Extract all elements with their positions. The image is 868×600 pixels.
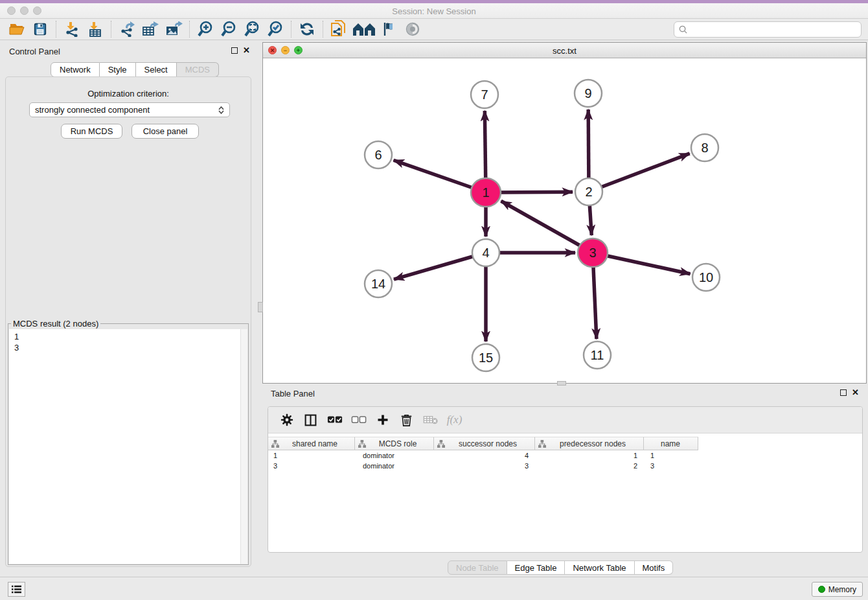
- column-header-successor-nodes[interactable]: successor nodes: [434, 437, 535, 450]
- control-tab-mcds[interactable]: MCDS: [177, 62, 219, 77]
- refresh-icon: [299, 21, 315, 37]
- table-row[interactable]: 1dominator411: [268, 450, 698, 461]
- network-window-title: scc.txt: [263, 46, 866, 56]
- hide-flag-icon: [382, 21, 397, 37]
- edge-3-1[interactable]: [501, 201, 593, 253]
- open-session-button[interactable]: [5, 19, 29, 39]
- table-cell[interactable]: 1: [268, 450, 355, 461]
- import-network-button[interactable]: [60, 19, 84, 39]
- control-tab-select[interactable]: Select: [136, 62, 177, 77]
- import-table-icon: [87, 21, 103, 37]
- edge-2-8[interactable]: [589, 154, 690, 192]
- network-from-file-button[interactable]: [327, 19, 350, 39]
- deselect-all-button[interactable]: [347, 410, 371, 430]
- function-builder-button[interactable]: f(x): [442, 410, 466, 430]
- export-table-button[interactable]: [139, 19, 162, 39]
- table-tab-motifs[interactable]: Motifs: [635, 560, 674, 575]
- mcds-result-lines: 13: [9, 329, 247, 353]
- table-tab-node-table[interactable]: Node Table: [448, 560, 507, 575]
- optimization-criterion-label: Optimization criterion:: [0, 89, 257, 98]
- node-label-14: 14: [371, 277, 385, 291]
- column-header-name[interactable]: name: [644, 437, 698, 450]
- network-view-window: ✕ − + scc.txt 7968124314101511: [262, 42, 867, 384]
- result-line: 1: [14, 331, 247, 342]
- export-image-button[interactable]: [162, 19, 185, 39]
- zoom-selected-button[interactable]: [264, 19, 287, 39]
- delete-column-icon: [423, 415, 439, 425]
- table-cell[interactable]: 1: [644, 450, 698, 461]
- toolbar-separator: [189, 21, 190, 38]
- memory-button[interactable]: Memory: [812, 582, 863, 597]
- app-title: Session: New Session: [0, 6, 868, 16]
- mcds-result-textarea[interactable]: 13: [9, 329, 247, 564]
- control-tab-style[interactable]: Style: [100, 62, 136, 77]
- attribute-tree-icon: [271, 440, 279, 448]
- table-panel-float-button[interactable]: [840, 389, 847, 396]
- zoom-out-button[interactable]: [217, 19, 240, 39]
- table-cell[interactable]: 3: [644, 461, 698, 471]
- import-table-button[interactable]: [84, 19, 107, 39]
- result-line: 3: [14, 342, 247, 353]
- control-panel-tabs: NetworkStyleSelectMCDS: [51, 62, 219, 77]
- status-bar: Memory: [0, 577, 868, 600]
- table-cell[interactable]: dominator: [355, 461, 434, 471]
- control-panel-float-button[interactable]: [231, 47, 238, 54]
- table-settings-button[interactable]: [275, 410, 299, 430]
- network-window-titlebar[interactable]: ✕ − + scc.txt: [263, 43, 866, 58]
- table-body: 1dominator4113dominator323: [268, 450, 698, 471]
- control-panel-title: Control Panel: [9, 47, 60, 56]
- table-row[interactable]: 3dominator323: [268, 461, 698, 471]
- zoom-fit-button[interactable]: [240, 19, 264, 39]
- criterion-dropdown[interactable]: strongly connected component: [29, 102, 230, 117]
- table-panel-tabs: Node TableEdge TableNetwork TableMotifs: [448, 560, 673, 575]
- close-panel-button[interactable]: Close panel: [131, 124, 199, 139]
- network-canvas[interactable]: 7968124314101511: [263, 58, 866, 383]
- result-scrollbar[interactable]: [240, 329, 247, 564]
- hide-selected-button[interactable]: [378, 19, 401, 39]
- columns-icon: [304, 413, 317, 427]
- table-tab-network-table[interactable]: Network Table: [565, 560, 634, 575]
- column-header-MCDS-role[interactable]: MCDS role: [355, 437, 434, 450]
- toolbar-separator: [111, 21, 111, 38]
- attribute-tree-icon: [437, 440, 445, 448]
- first-neighbors-button[interactable]: [350, 19, 378, 39]
- toggle-columns-button[interactable]: [299, 410, 323, 430]
- table-cell[interactable]: 3: [268, 461, 355, 471]
- control-panel-close-button[interactable]: ✕: [243, 47, 250, 54]
- search-input[interactable]: [688, 23, 861, 36]
- vertical-splitter-handle[interactable]: [258, 302, 263, 312]
- export-network-button[interactable]: [115, 19, 139, 39]
- task-history-button[interactable]: [8, 582, 25, 597]
- plus-icon: [376, 413, 389, 426]
- delete-column-button[interactable]: [418, 410, 442, 430]
- table-cell[interactable]: 3: [434, 461, 535, 471]
- horizontal-splitter-handle[interactable]: [557, 381, 566, 386]
- zoom-selected-icon: [267, 21, 284, 38]
- column-header-predecessor-nodes[interactable]: predecessor nodes: [535, 437, 644, 450]
- table-tab-edge-table[interactable]: Edge Table: [507, 560, 565, 575]
- table-cell[interactable]: 4: [434, 450, 535, 461]
- table-cell[interactable]: 2: [535, 461, 644, 471]
- save-session-button[interactable]: [29, 19, 52, 39]
- node-label-2: 2: [585, 185, 592, 199]
- node-label-8: 8: [701, 141, 708, 155]
- table-panel-close-button[interactable]: ✕: [852, 389, 859, 396]
- table-cell[interactable]: 1: [535, 450, 644, 461]
- show-all-button[interactable]: [401, 19, 424, 39]
- table-header-row: shared nameMCDS rolesuccessor nodesprede…: [268, 437, 698, 450]
- column-label: name: [647, 439, 696, 448]
- table-cell[interactable]: dominator: [355, 450, 434, 461]
- add-row-button[interactable]: [371, 410, 394, 430]
- search-field[interactable]: [674, 21, 862, 38]
- delete-row-button[interactable]: [394, 410, 418, 430]
- select-all-button[interactable]: [323, 410, 347, 430]
- column-header-shared-name[interactable]: shared name: [268, 437, 355, 450]
- zoom-in-button[interactable]: [194, 19, 217, 39]
- show-eye-icon: [405, 21, 420, 37]
- apply-layout-button[interactable]: [295, 19, 319, 39]
- run-mcds-button[interactable]: Run MCDS: [61, 124, 122, 139]
- node-label-4: 4: [482, 246, 489, 260]
- node-label-9: 9: [584, 86, 591, 100]
- control-tab-network[interactable]: Network: [51, 62, 100, 77]
- memory-label: Memory: [828, 585, 856, 594]
